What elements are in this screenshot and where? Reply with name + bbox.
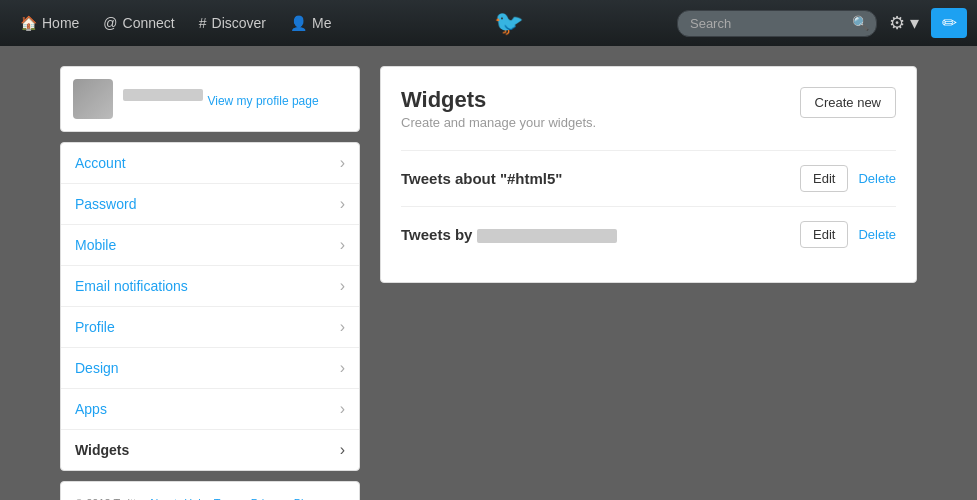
sidebar-item-account[interactable]: Account › [61, 143, 359, 184]
twitter-bird-icon: 🐦 [494, 9, 524, 37]
compose-tweet-button[interactable]: ✏ [931, 8, 967, 38]
sidebar-item-apps[interactable]: Apps › [61, 389, 359, 430]
top-nav: 🏠 Home @ Connect # Discover 👤 Me 🐦 🔍 ⚙ ▾… [0, 0, 977, 46]
chevron-right-icon: › [340, 318, 345, 336]
home-icon: 🏠 [20, 15, 37, 31]
profile-info: View my profile page [123, 89, 319, 109]
sidebar-item-profile[interactable]: Profile › [61, 307, 359, 348]
widget-actions: Edit Delete [800, 221, 896, 248]
widgets-title-group: Widgets Create and manage your widgets. [401, 87, 596, 130]
sidebar-item-account-label: Account [75, 155, 126, 171]
sidebar-item-password-label: Password [75, 196, 136, 212]
me-icon: 👤 [290, 15, 307, 31]
sidebar-item-password[interactable]: Password › [61, 184, 359, 225]
blurred-username [477, 229, 617, 243]
nav-me-label: Me [312, 15, 331, 31]
search-button[interactable]: 🔍 [852, 15, 869, 31]
edit-widget-2-button[interactable]: Edit [800, 221, 848, 248]
chevron-right-icon-active: › [340, 441, 345, 459]
avatar [73, 79, 113, 119]
sidebar-item-widgets[interactable]: Widgets › [61, 430, 359, 470]
sidebar-item-profile-label: Profile [75, 319, 115, 335]
sidebar-item-email-notifications[interactable]: Email notifications › [61, 266, 359, 307]
sidebar: View my profile page Account › Password … [60, 66, 360, 500]
sidebar-item-apps-label: Apps [75, 401, 107, 417]
widgets-subtitle: Create and manage your widgets. [401, 115, 596, 130]
sidebar-item-design-label: Design [75, 360, 119, 376]
chevron-right-icon: › [340, 277, 345, 295]
discover-icon: # [199, 15, 207, 31]
view-profile-link[interactable]: View my profile page [207, 94, 318, 108]
nav-home-label: Home [42, 15, 79, 31]
create-new-button[interactable]: Create new [800, 87, 896, 118]
profile-card: View my profile page [60, 66, 360, 132]
widget-actions: Edit Delete [800, 165, 896, 192]
nav-discover[interactable]: # Discover [189, 0, 276, 46]
main-content: View my profile page Account › Password … [0, 46, 977, 500]
widget-name-html5: Tweets about "#html5" [401, 170, 562, 187]
nav-connect-label: Connect [123, 15, 175, 31]
chevron-right-icon: › [340, 400, 345, 418]
nav-center: 🐦 [345, 9, 673, 37]
widget-name-tweets-by: Tweets by [401, 226, 617, 243]
nav-me[interactable]: 👤 Me [280, 0, 341, 46]
chevron-right-icon: › [340, 154, 345, 172]
widgets-header: Widgets Create and manage your widgets. … [401, 87, 896, 130]
settings-button[interactable]: ⚙ ▾ [881, 12, 927, 34]
edit-widget-1-button[interactable]: Edit [800, 165, 848, 192]
search-wrap: 🔍 [677, 10, 877, 37]
nav-home[interactable]: 🏠 Home [10, 0, 89, 46]
chevron-right-icon: › [340, 359, 345, 377]
chevron-right-icon: › [340, 236, 345, 254]
widgets-panel: Widgets Create and manage your widgets. … [380, 66, 917, 283]
delete-widget-1-link[interactable]: Delete [858, 171, 896, 186]
sidebar-item-mobile-label: Mobile [75, 237, 116, 253]
widgets-title: Widgets [401, 87, 596, 113]
nav-right: ⚙ ▾ ✏ [881, 8, 967, 38]
footer-links: © 2013 Twitter About Help Terms Privacy … [60, 481, 360, 500]
sidebar-item-email-label: Email notifications [75, 278, 188, 294]
connect-icon: @ [103, 15, 117, 31]
nav-discover-label: Discover [212, 15, 266, 31]
widget-row: Tweets about "#html5" Edit Delete [401, 150, 896, 206]
sidebar-item-widgets-label: Widgets [75, 442, 129, 458]
delete-widget-2-link[interactable]: Delete [858, 227, 896, 242]
widget-row: Tweets by Edit Delete [401, 206, 896, 262]
nav-connect[interactable]: @ Connect [93, 0, 184, 46]
sidebar-item-mobile[interactable]: Mobile › [61, 225, 359, 266]
sidebar-nav: Account › Password › Mobile › Email noti… [60, 142, 360, 471]
profile-name [123, 89, 203, 101]
chevron-right-icon: › [340, 195, 345, 213]
sidebar-item-design[interactable]: Design › [61, 348, 359, 389]
search-input[interactable] [677, 10, 877, 37]
